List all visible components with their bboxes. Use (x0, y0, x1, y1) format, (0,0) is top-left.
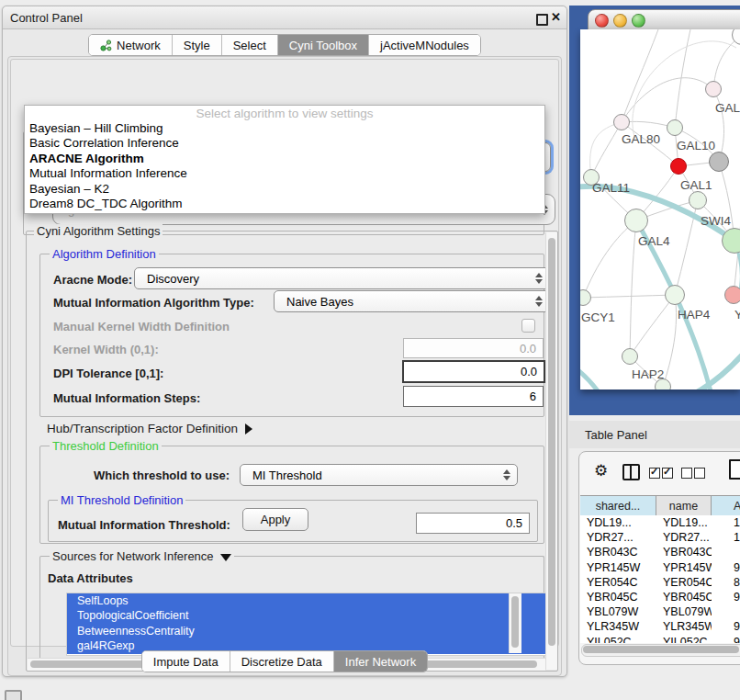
table-cell (712, 545, 740, 559)
node-gal10[interactable] (667, 119, 683, 136)
node-label-gal80: GAL80 (622, 132, 660, 146)
panel-corner-icon[interactable] (5, 690, 22, 700)
columns-icon[interactable] (622, 464, 640, 480)
tab-cyni-toolbox[interactable]: Cyni Toolbox (278, 35, 369, 55)
float-window-icon[interactable] (536, 14, 548, 26)
unchecked-checkbox-icon[interactable] (681, 468, 692, 479)
table-row[interactable]: YIL052CYIL052C9 (580, 635, 740, 644)
node-hap4[interactable] (665, 285, 685, 305)
control-panel-title: Control Panel (10, 11, 83, 25)
bottom-tab-impute-data[interactable]: Impute Data (142, 651, 230, 672)
tab-label: Cyni Toolbox (289, 39, 357, 52)
checked-checkbox-icon[interactable] (649, 468, 660, 479)
node-gal4[interactable] (624, 209, 648, 232)
aracne-mode-combo[interactable]: Discovery (134, 267, 550, 289)
network-canvas[interactable]: GALGAL80GAL10GAL1GAL11SWI4GAL4GCY1HAP4YH… (580, 29, 740, 390)
node-label-swi4: SWI4 (701, 214, 731, 228)
kernel-width-field[interactable]: 0.0 (403, 338, 544, 358)
settings-group-title: Cyni Algorithm Settings (34, 224, 163, 238)
dpi-tolerance-field[interactable]: 0.0 (402, 360, 545, 383)
maximize-traffic-light[interactable] (632, 14, 645, 28)
mi-steps-label: Mutual Information Steps: (53, 391, 200, 405)
dropdown-hint: Select algorithm to view settings (25, 106, 544, 121)
mi-threshold-field[interactable]: 0.5 (416, 513, 530, 534)
sources-toggle[interactable]: Sources for Network Inference (50, 549, 234, 563)
bottom-tab-discretize-data[interactable]: Discretize Data (230, 651, 334, 672)
node-swi4[interactable] (722, 228, 740, 254)
table-hscrollbar-thumb[interactable] (583, 646, 739, 653)
column-header-name[interactable]: name (656, 496, 712, 516)
sources-title: Sources for Network Inference (52, 549, 214, 563)
checked-checkbox-icon[interactable] (662, 468, 673, 479)
network-window-titlebar[interactable] (588, 9, 740, 31)
which-threshold-combo[interactable]: MI Threshold (240, 464, 518, 486)
table-cell: YDL19... (580, 515, 656, 530)
manual-kernel-checkbox[interactable] (521, 319, 535, 333)
table-row[interactable]: YPR145WYPR145W9. (580, 560, 740, 575)
tab-network[interactable]: Network (89, 35, 173, 55)
bottom-tab-infer-network[interactable]: Infer Network (334, 651, 427, 672)
node-hap2[interactable] (622, 348, 638, 365)
mi-steps-field[interactable]: 6 (403, 386, 544, 407)
tab-label: Impute Data (153, 655, 219, 669)
close-traffic-light[interactable] (595, 14, 609, 28)
node-unlabeled[interactable] (689, 191, 707, 209)
tab-jactivemnodules[interactable]: jActiveMNodules (369, 35, 480, 55)
unchecked-checkbox-icon[interactable] (694, 468, 705, 479)
settings-vscrollbar-thumb[interactable] (548, 238, 555, 646)
tab-select[interactable]: Select (222, 35, 278, 55)
node-gal80[interactable] (613, 114, 630, 130)
which-threshold-value: MI Threshold (252, 469, 322, 482)
algorithm-option-bayesian-k2[interactable]: Bayesian – K2 (25, 182, 544, 197)
gear-icon[interactable] (594, 461, 608, 480)
algorithm-dropdown-popup: Select algorithm to view settings Bayesi… (24, 105, 545, 214)
table-cell: YLR345W (580, 619, 656, 634)
tab-style[interactable]: Style (173, 35, 222, 55)
algorithm-option-aracne-algorithm[interactable]: ARACNE Algorithm (25, 152, 544, 166)
attribute-item-betweennesscentrality[interactable]: BetweennessCentrality (67, 624, 548, 638)
table-row[interactable]: YBL079WYBL079W (580, 604, 740, 619)
attribute-list-vscrollbar-thumb[interactable] (511, 596, 519, 648)
table-row[interactable]: YER054CYER054C8. (580, 575, 740, 590)
table-row[interactable]: YDR27...YDR27...12 (580, 530, 740, 545)
table-row[interactable]: YDL19...YDL19...13 (580, 515, 740, 530)
table-row[interactable]: YBR045CYBR045C9. (580, 590, 740, 604)
node-unlabeled[interactable] (709, 152, 729, 172)
data-attributes-list[interactable]: SelfLoopsTopologicalCoefficientBetweenne… (66, 593, 549, 656)
new-document-icon[interactable] (729, 459, 740, 480)
attribute-list-vscrollbar[interactable] (509, 593, 521, 653)
bottom-tab-bar: Impute DataDiscretize DataInfer Network (3, 650, 566, 672)
apply-button[interactable]: Apply (242, 508, 308, 531)
algorithm-option-dream8-dc-tdc-algorithm[interactable]: Dream8 DC_TDC Algorithm (25, 197, 544, 211)
table-row[interactable]: YBR043CYBR043C (580, 545, 740, 559)
table-cell: YIL052C (656, 635, 712, 644)
close-icon[interactable] (551, 10, 561, 24)
algorithm-option-basic-correlation-inference[interactable]: Basic Correlation Inference (25, 136, 544, 151)
dropdown-item-list: Bayesian – Hill ClimbingBasic Correlatio… (25, 121, 544, 211)
algorithm-option-mutual-information-inference[interactable]: Mutual Information Inference (25, 166, 544, 181)
settings-vscrollbar[interactable] (545, 232, 557, 670)
mi-algorithm-type-combo[interactable]: Naive Bayes (274, 290, 550, 312)
attribute-item-topologicalcoefficient[interactable]: TopologicalCoefficient (67, 608, 548, 623)
minimize-traffic-light[interactable] (613, 14, 627, 28)
node-y[interactable] (724, 286, 740, 304)
node-label-gal11: GAL11 (592, 181, 630, 195)
node-label-gal10: GAL10 (677, 139, 715, 152)
mi-threshold-value: 0.5 (506, 516, 522, 530)
control-panel-titlebar[interactable]: Control Panel (3, 6, 566, 29)
algorithm-option-bayesian-hill-climbing[interactable]: Bayesian – Hill Climbing (25, 121, 544, 136)
node-label-hap4: HAP4 (678, 308, 710, 322)
node-gal1[interactable] (670, 158, 687, 175)
attribute-item-selfloops[interactable]: SelfLoops (67, 593, 548, 608)
node-gal[interactable] (705, 81, 722, 97)
algorithm-definition-group: Algorithm Definition Aracne Mode: Discov… (39, 254, 544, 417)
hub-definition-toggle[interactable]: Hub/Transcription Factor Definition (47, 422, 252, 435)
node-unlabeled[interactable] (655, 378, 671, 390)
table-hscrollbar[interactable] (581, 644, 740, 657)
column-header-a[interactable]: A (712, 496, 740, 516)
mi-threshold-label: Mutual Information Threshold: (58, 518, 230, 532)
sources-group: Sources for Network Inference Data Attri… (39, 556, 544, 660)
column-header-shared[interactable]: shared... (580, 496, 656, 516)
table-row[interactable]: YLR345WYLR345W9. (580, 619, 740, 634)
table-cell: YDL19... (656, 515, 712, 530)
